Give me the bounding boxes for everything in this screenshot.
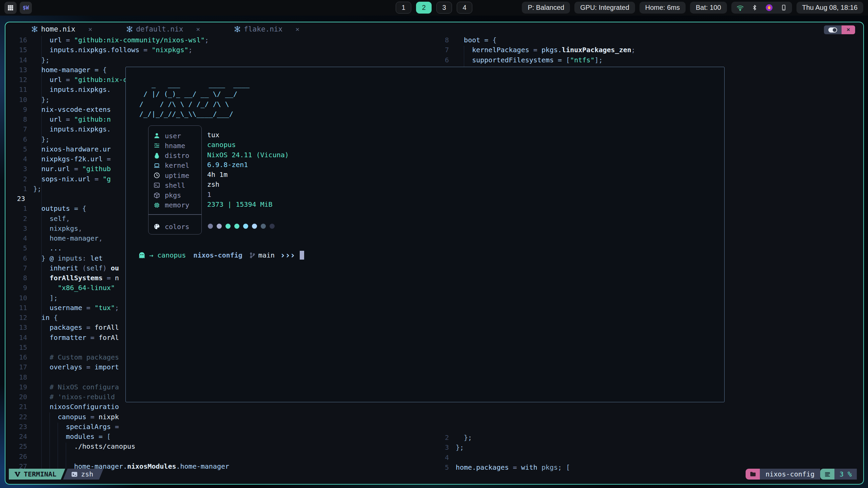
phone-icon[interactable] [781, 4, 787, 11]
code-text: canopus = nixpk [33, 413, 119, 421]
palette-dot [270, 224, 275, 229]
code-text: nix-vscode-extens [33, 105, 111, 114]
code-text: specialArgs = [33, 423, 123, 431]
ping-pill[interactable]: Home: 6ms [639, 2, 686, 14]
code-text: in { [33, 313, 58, 322]
session-name: nixos-config [760, 469, 820, 480]
code-text: home-manager = { [33, 66, 107, 74]
code-text: ... [33, 244, 62, 252]
palette-dot [252, 224, 257, 229]
mode-label: TERMINAL [24, 470, 56, 478]
palette-dot [261, 224, 266, 229]
code-line: 21 nixosConfiguratio [5, 403, 433, 413]
power-profile-pill[interactable]: P: Balanced [522, 2, 570, 14]
fetch-label: shell [165, 181, 185, 189]
line-number: 16 [5, 36, 27, 44]
line-number: 13 [5, 323, 27, 331]
fetch-value-user: tux [207, 131, 219, 139]
terminal-color-palette [208, 224, 275, 229]
code-text: formatter = forAl [33, 333, 119, 342]
palette-dot [225, 224, 231, 229]
fetch-value-pkgs: 1 [207, 190, 211, 199]
shell-tab[interactable]: zsh [63, 469, 103, 480]
line-number: 1 [5, 185, 27, 193]
terminal-icon [153, 182, 160, 188]
code-text: forAllSystems = n [33, 274, 119, 282]
workspace-button-2[interactable]: 2 [416, 2, 432, 14]
code-text: }; [456, 443, 464, 451]
code-text: # 'nixos-rebuild [33, 393, 115, 401]
system-tray[interactable] [731, 2, 792, 14]
shell-prompt[interactable]: → canopus nixos-config main ››› [138, 250, 304, 260]
code-text: self, [33, 215, 70, 223]
line-number: 14 [5, 333, 27, 342]
penguin-icon [153, 152, 160, 159]
line-number: 12 [5, 313, 27, 322]
code-text: packages = forAll [33, 323, 119, 331]
code-text: nur.url = "github [33, 165, 111, 173]
code-text: }; [33, 56, 50, 64]
line-number: 6 [5, 254, 27, 262]
palette-dot [243, 224, 248, 229]
top-bar: $W 1234 P: Balanced GPU: Integrated Home… [0, 0, 868, 16]
fetch-label: colors [165, 223, 189, 231]
fetch-row-shell: shell [153, 180, 185, 190]
line-number: 14 [5, 56, 27, 64]
workspace-button-3[interactable]: 3 [436, 2, 452, 14]
fetch-label: distro [165, 151, 189, 160]
code-text: inputs.nixpkgs.follows = "nixpkgs"; [33, 46, 193, 54]
prompt-host: canopus [157, 251, 186, 259]
line-number: 11 [5, 85, 27, 94]
fetch-divider [148, 214, 202, 215]
line-number: 2 [5, 215, 27, 223]
line-number: 2 [433, 433, 449, 442]
code-text: username = "tux"; [33, 304, 119, 312]
app-launcher-button[interactable] [4, 2, 17, 14]
code-text: ]; [33, 294, 58, 302]
fetch-row-colors: colors [153, 222, 189, 231]
workspace-button-1[interactable]: 1 [396, 2, 411, 14]
gpu-pill[interactable]: GPU: Integrated [574, 2, 635, 14]
line-number: 5 [5, 145, 27, 153]
line-number: 15 [5, 343, 27, 351]
workspace-button-4[interactable]: 4 [457, 2, 472, 14]
line-number: 23 [5, 423, 27, 431]
hostname-icon [153, 142, 160, 149]
code-line: 14 }; [5, 56, 433, 66]
line-number: 22 [5, 413, 27, 421]
code-text: "x86_64-linux" [33, 284, 115, 292]
line-number: 25 [5, 442, 27, 450]
fetch-label: user [165, 132, 181, 140]
floating-terminal[interactable]: _ ___ ____ ____ / |/ (_)_ __/ __ \/ __/ … [125, 67, 725, 402]
fetch-value-distro: NixOS 24.11 (Vicuna) [207, 151, 289, 159]
code-line: 25 ./hosts/canopus [5, 442, 433, 452]
wezterm-app-button[interactable]: $W [20, 2, 32, 14]
vim-icon [14, 471, 21, 477]
media-icon[interactable] [765, 4, 773, 12]
line-number: 23 [5, 195, 39, 203]
clock[interactable]: Thu Aug 08, 18:16 [796, 2, 863, 14]
line-number: 26 [5, 452, 27, 461]
fetch-row-hname: hname [153, 141, 185, 150]
line-number: 7 [5, 264, 27, 272]
code-text: supportedFilesystems = ["ntfs"]; [456, 56, 603, 64]
code-text: nixpkgs, [33, 224, 82, 232]
code-line: 8 boot = { [433, 36, 860, 46]
prompt-arrow: → [149, 251, 153, 259]
line-number: 10 [5, 96, 27, 104]
fetch-row-pkgs: pkgs [153, 190, 181, 200]
code-text: }; [33, 185, 41, 193]
line-number: 3 [5, 165, 27, 173]
code-line: 7 kernelPackages = pkgs.linuxPackages_ze… [433, 46, 860, 56]
line-number: 7 [433, 46, 449, 54]
code-text: }; [33, 96, 50, 104]
code-text: boot = { [456, 36, 496, 44]
line-number: 1 [5, 204, 27, 212]
battery-pill[interactable]: Bat: 100 [690, 2, 727, 14]
line-number: 18 [5, 373, 27, 381]
desktop: $W 1234 P: Balanced GPU: Integrated Home… [0, 0, 868, 488]
bluetooth-icon[interactable] [751, 4, 758, 11]
network-icon[interactable] [736, 4, 744, 12]
mode-segment: TERMINAL [9, 469, 65, 480]
code-text: outputs = { [33, 204, 86, 212]
